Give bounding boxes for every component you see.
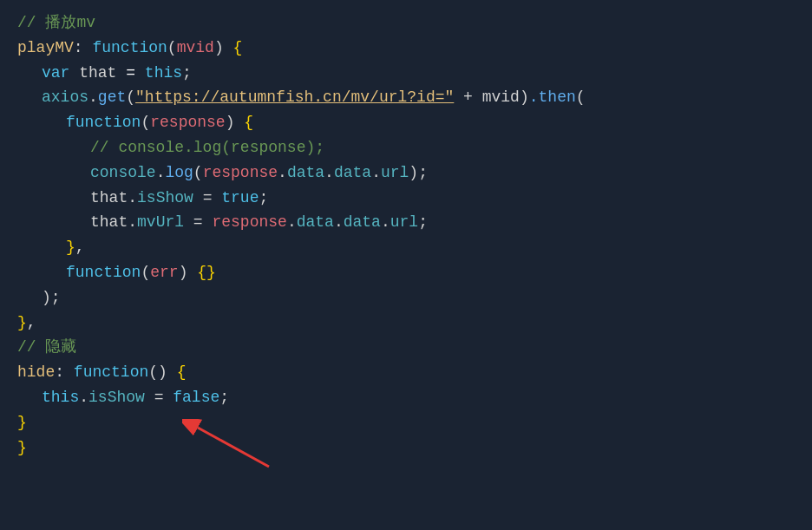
response-param: response (150, 110, 225, 135)
data-prop1: data (287, 160, 324, 186)
code-line-axios: axios.get("https://autumnfish.cn/mv/url?… (17, 85, 795, 110)
paren1: ( (167, 36, 177, 61)
console-name: console (90, 160, 156, 186)
function-kw3: function (66, 260, 141, 285)
comma1: , (75, 235, 85, 260)
this-kw2: this (42, 385, 79, 410)
dot3: . (278, 160, 287, 186)
concat: + mvid) (454, 85, 528, 110)
semi1: ; (182, 61, 192, 86)
semi4: ; (418, 210, 428, 235)
isshow-prop: isShow (137, 186, 193, 211)
code-line-comment-mv: // 播放mv (17, 10, 795, 36)
mvid-param: mvid (177, 36, 214, 61)
function-kw2: function (66, 110, 141, 135)
then-method: .then (529, 85, 576, 110)
open-brace4: { (177, 360, 187, 385)
close-brace5: } (17, 435, 27, 461)
data-prop3: data (297, 210, 334, 235)
var-kw: var (42, 61, 79, 86)
code-line-isshow: that.isShow = true; (17, 186, 795, 211)
isshow-prop2: isShow (88, 385, 145, 410)
paren4: ( (576, 85, 586, 110)
dot2: . (156, 160, 166, 186)
console-comment: // console.log(response); (90, 135, 324, 160)
paren5: ( (141, 110, 150, 135)
dot10: . (381, 210, 390, 235)
svg-line-1 (198, 428, 269, 467)
code-line-playmv: playMV: function(mvid) { (17, 36, 795, 61)
equals2: = (193, 186, 221, 211)
playmv-name: playMV (17, 36, 74, 61)
colon2: : (55, 360, 74, 385)
that3: that (90, 210, 128, 235)
code-editor: // 播放mv playMV: function(mvid) { var tha… (0, 0, 812, 530)
code-line-console-log: console.log(response.data.data.url); (17, 160, 795, 186)
log-method: log (165, 160, 193, 186)
err-param: err (150, 260, 178, 285)
equals1: = (126, 61, 145, 86)
code-line-isshow-false: this.isShow = false; (17, 385, 795, 410)
url-prop2: url (390, 210, 418, 235)
hide-name: hide (17, 360, 55, 385)
paren9: ) (179, 260, 198, 285)
function-kw1: function (92, 36, 167, 61)
that-var: that (79, 61, 126, 86)
code-line-final-close: } (17, 435, 795, 461)
equals3: = (184, 210, 212, 235)
comment-hide: // 隐藏 (17, 335, 76, 360)
axios-name: axios (42, 85, 88, 110)
get-method: get (98, 85, 126, 110)
paren8: ( (141, 260, 150, 285)
dot9: . (334, 210, 344, 235)
equals4: = (145, 385, 173, 410)
red-arrow-annotation (182, 419, 286, 471)
code-line-mvurl: that.mvUrl = response.data.data.url; (17, 210, 795, 235)
paren6: ) (226, 110, 245, 135)
open-brace2: { (244, 110, 253, 135)
dot1: . (88, 85, 98, 110)
colon1: : (74, 36, 93, 61)
response-data-url: response (203, 160, 278, 186)
dot8: . (287, 210, 297, 235)
comma2: , (27, 311, 36, 336)
dot7: . (128, 210, 137, 235)
paren10: () (148, 360, 176, 385)
paren3: ( (126, 85, 135, 110)
code-line-close-paren: ); (17, 285, 795, 311)
false-val: false (173, 385, 219, 410)
dot4: . (324, 160, 334, 186)
data-prop4: data (344, 210, 381, 235)
close-brace2: } (206, 260, 216, 285)
close-brace3: } (17, 311, 27, 336)
dot6: . (128, 186, 137, 211)
close-paren: ); (42, 285, 61, 311)
url-prop1: url (381, 160, 409, 186)
data-prop2: data (334, 160, 371, 186)
mvurl-prop: mvUrl (137, 210, 184, 235)
semi2: ); (409, 160, 428, 186)
paren2: ) (214, 36, 233, 61)
dot11: . (79, 385, 88, 410)
code-line-close-brace: }, (17, 235, 795, 260)
response2: response (212, 210, 286, 235)
code-line-comment-hide: // 隐藏 (17, 335, 795, 360)
url-string: "https://autumnfish.cn/mv/url?id=" (135, 85, 454, 110)
open-brace3: { (197, 260, 206, 285)
close-brace1: } (66, 235, 75, 260)
function-kw4: function (74, 360, 148, 385)
semi3: ; (259, 186, 268, 211)
open-brace1: { (232, 36, 242, 61)
paren7: ( (193, 160, 203, 186)
code-line-close-hide: } (17, 410, 795, 435)
dot5: . (371, 160, 381, 186)
this-kw: this (145, 61, 182, 86)
code-line-func-response: function(response) { (17, 110, 795, 135)
comment-mv: // 播放mv (17, 10, 95, 36)
true-val: true (221, 186, 259, 211)
code-line-func-err: function(err) {} (17, 260, 795, 285)
code-line-var-that: var that = this; (17, 61, 795, 86)
semi5: ; (219, 385, 229, 410)
code-line-console-comment: // console.log(response); (17, 135, 795, 160)
close-brace4: } (17, 410, 27, 435)
